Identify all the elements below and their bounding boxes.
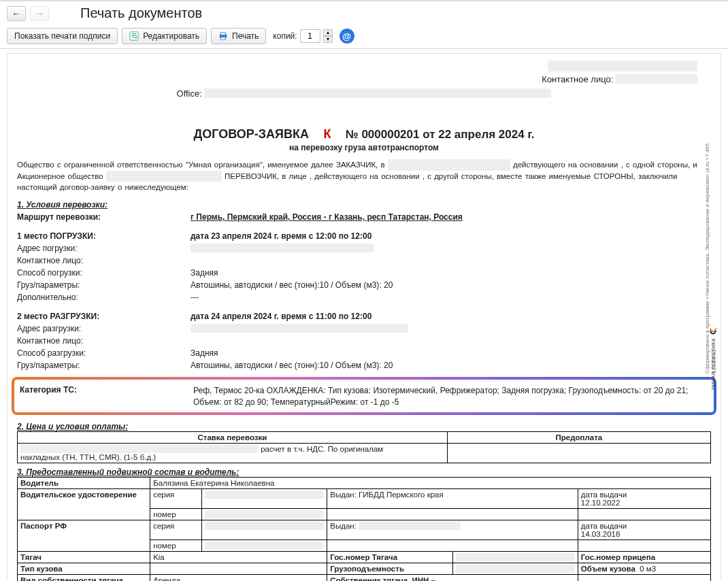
svg-rect-0 xyxy=(130,32,138,40)
copies-up-button[interactable]: ▴ xyxy=(323,29,333,36)
app-window: ← → Печать документов Показать печати по… xyxy=(0,0,728,581)
page-title: Печать документов xyxy=(53,5,202,21)
route-row: Маршрут перевозки: г Пермь, Пермский кра… xyxy=(17,212,711,222)
vehicle-category-highlight: Категория ТС: Реф, Термос 20-ка ОХЛАЖДЕН… xyxy=(12,377,716,415)
at-icon: @ xyxy=(342,31,351,42)
copies-label: копий: xyxy=(273,31,297,41)
header-right-redact xyxy=(17,61,711,71)
nav-forward-button[interactable]: → xyxy=(30,6,49,21)
rate-table: Ставка перевозки Предоплата расчет в т.ч… xyxy=(17,431,711,463)
show-signatures-button[interactable]: Показать печати подписи xyxy=(7,28,118,44)
document-subtitle: на перевозку груза автотранспортом xyxy=(17,143,711,152)
arrow-right-icon: → xyxy=(35,8,44,19)
topbar: ← → Печать документов xyxy=(0,1,728,25)
toolbar: Показать печати подписи Редактировать Пе… xyxy=(0,25,728,49)
email-button[interactable]: @ xyxy=(340,29,354,44)
side-logo: УМНАЯ ЛОГИСТИКА xyxy=(708,326,718,390)
svg-rect-2 xyxy=(221,33,226,35)
print-button[interactable]: Печать xyxy=(211,28,266,44)
contact-line: Контактное лицо: xyxy=(17,74,697,84)
section-2-heading: 2. Цена и условия оплаты: xyxy=(17,422,711,431)
svg-rect-3 xyxy=(221,37,226,40)
section-3-heading: 3. Предоставленный подвижной состав и во… xyxy=(17,467,711,477)
copies-down-button[interactable]: ▾ xyxy=(323,36,333,43)
copies-input[interactable] xyxy=(300,29,320,43)
printer-icon xyxy=(218,31,228,41)
nav-back-button[interactable]: ← xyxy=(7,6,26,21)
edit-button[interactable]: Редактировать xyxy=(122,28,207,44)
loading-heading-row: 1 место ПОГРУЗКИ: дата 23 апреля 2024 г.… xyxy=(17,231,711,241)
office-line: Office: xyxy=(17,88,711,99)
preamble: Общество с ограниченной ответственностью… xyxy=(17,159,711,193)
document-title: ДОГОВОР-ЗАЯВКА К № 000000201 от 22 апрел… xyxy=(17,127,711,142)
document-preview: Сформировано в программе «Умная логистик… xyxy=(7,53,721,581)
arrow-left-icon: ← xyxy=(12,8,21,19)
edit-icon xyxy=(129,31,139,41)
vehicle-table: Водитель Балязина Екатерина Николаевна В… xyxy=(17,477,711,581)
section-1-heading: 1. Условия перевозки: xyxy=(17,200,711,210)
unloading-heading-row: 2 место РАЗГРУЗКИ: дата 24 апреля 2024 г… xyxy=(17,312,711,321)
copies-stepper: копий: ▴ ▾ xyxy=(273,29,332,43)
